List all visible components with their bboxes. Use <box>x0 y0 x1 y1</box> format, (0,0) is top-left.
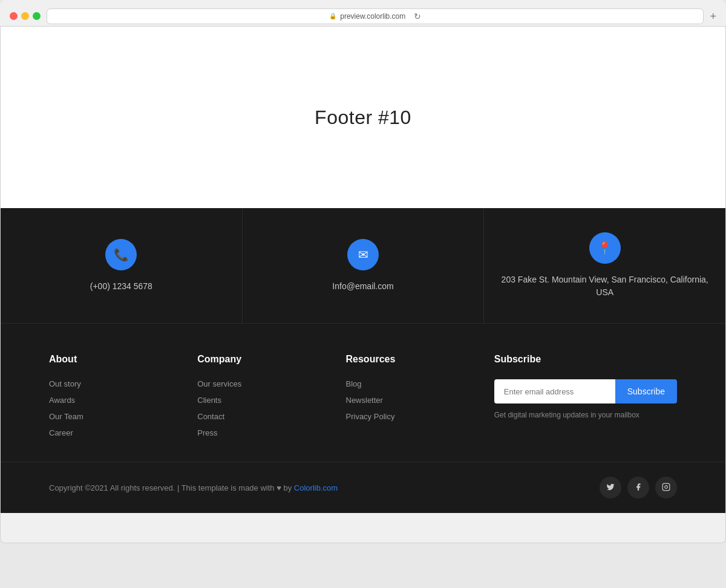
lock-icon: 🔒 <box>329 13 336 19</box>
address-text: 203 Fake St. Mountain View, San Francisc… <box>496 273 713 299</box>
reload-button[interactable]: ↻ <box>414 11 421 21</box>
minimize-button[interactable] <box>21 12 29 20</box>
subscribe-email-input[interactable] <box>494 379 615 403</box>
about-link-ourstory[interactable]: Out story <box>49 379 173 388</box>
page-title: Footer #10 <box>315 106 411 129</box>
browser-window-controls <box>10 12 41 20</box>
instagram-icon <box>662 483 670 493</box>
contact-email-item: ✉ Info@email.com <box>243 208 485 323</box>
footer-company-column: Company Our services Clients Contact Pre… <box>197 354 321 437</box>
svg-rect-0 <box>662 483 670 491</box>
footer-about-column: About Out story Awards Our Team Career <box>49 354 173 437</box>
url-text: preview.colorlib.com <box>340 12 405 21</box>
about-link-awards[interactable]: Awards <box>49 396 173 405</box>
browser-content: Footer #10 📞 (+00) 1234 5678 ✉ Info@emai… <box>0 27 726 513</box>
footer-resources-column: Resources Blog Newsletter Privacy Policy <box>346 354 470 437</box>
company-link-press[interactable]: Press <box>197 428 321 437</box>
copyright-text: Copyright ©2021 All rights reserved. | T… <box>49 483 338 492</box>
contact-bar: 📞 (+00) 1234 5678 ✉ Info@email.com 📍 203… <box>1 208 725 324</box>
resources-link-privacypolicy[interactable]: Privacy Policy <box>346 412 470 421</box>
browser-chrome: 🔒 preview.colorlib.com ↻ + <box>0 0 726 27</box>
company-link-clients[interactable]: Clients <box>197 396 321 405</box>
footer-subscribe-column: Subscribe Subscribe Get digital marketin… <box>494 354 677 437</box>
location-icon-circle: 📍 <box>589 232 621 264</box>
subscribe-hint: Get digital marketing updates in your ma… <box>494 411 677 419</box>
company-link-ourservices[interactable]: Our services <box>197 379 321 388</box>
resources-heading: Resources <box>346 354 470 365</box>
about-heading: About <box>49 354 173 365</box>
phone-text: (+00) 1234 5678 <box>90 280 152 293</box>
phone-icon: 📞 <box>114 247 129 262</box>
resources-link-newsletter[interactable]: Newsletter <box>346 396 470 405</box>
footer: 📞 (+00) 1234 5678 ✉ Info@email.com 📍 203… <box>1 208 725 513</box>
colorlib-link[interactable]: Colorlib.com <box>294 483 338 492</box>
about-link-career[interactable]: Career <box>49 428 173 437</box>
resources-links: Blog Newsletter Privacy Policy <box>346 379 470 421</box>
new-tab-button[interactable]: + <box>710 11 716 22</box>
footer-bottom: Copyright ©2021 All rights reserved. | T… <box>1 462 725 513</box>
address-bar[interactable]: 🔒 preview.colorlib.com ↻ <box>47 8 704 24</box>
maximize-button[interactable] <box>33 12 41 20</box>
email-text: Info@email.com <box>332 280 393 293</box>
company-link-contact[interactable]: Contact <box>197 412 321 421</box>
resources-link-blog[interactable]: Blog <box>346 379 470 388</box>
subscribe-form: Subscribe <box>494 379 677 403</box>
close-button[interactable] <box>10 12 18 20</box>
facebook-button[interactable] <box>627 477 649 498</box>
twitter-icon <box>606 483 615 493</box>
email-icon: ✉ <box>358 247 368 262</box>
phone-icon-circle: 📞 <box>105 239 137 270</box>
about-links: Out story Awards Our Team Career <box>49 379 173 437</box>
subscribe-heading: Subscribe <box>494 354 677 365</box>
social-icons <box>600 477 677 498</box>
about-link-ourteam[interactable]: Our Team <box>49 412 173 421</box>
company-links: Our services Clients Contact Press <box>197 379 321 437</box>
contact-phone-item: 📞 (+00) 1234 5678 <box>1 208 243 323</box>
instagram-button[interactable] <box>655 477 677 498</box>
contact-address-item: 📍 203 Fake St. Mountain View, San Franci… <box>484 208 725 323</box>
location-icon: 📍 <box>597 241 612 255</box>
footer-columns: About Out story Awards Our Team Career C… <box>1 324 725 462</box>
page-hero: Footer #10 <box>1 27 725 208</box>
email-icon-circle: ✉ <box>347 239 379 270</box>
facebook-icon <box>634 483 643 493</box>
company-heading: Company <box>197 354 321 365</box>
twitter-button[interactable] <box>600 477 621 498</box>
subscribe-button[interactable]: Subscribe <box>615 379 677 403</box>
copyright-label: Copyright ©2021 All rights reserved. | T… <box>49 483 292 492</box>
browser-bottom-bar <box>0 513 726 543</box>
